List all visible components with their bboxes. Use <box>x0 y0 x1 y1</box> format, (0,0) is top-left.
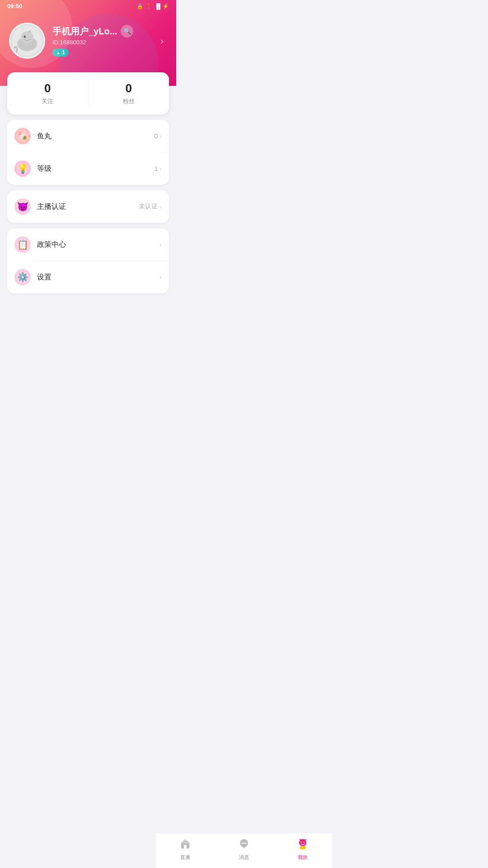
settings-label: 设置 <box>37 273 158 282</box>
battery-icon: ▐▌⚡ <box>155 3 169 9</box>
level-label: 等级 <box>37 164 155 174</box>
level-icon: 💡 <box>14 160 31 177</box>
profile-name-row: 手机用户_yLo... 🔍 <box>52 25 157 38</box>
status-icons: 🔒 📍 ▐▌⚡ <box>136 3 169 9</box>
streamer-chevron: › <box>160 203 162 210</box>
section-misc: 📋 政策中心 › ⚙️ 设置 › <box>7 228 169 293</box>
svg-point-2 <box>21 31 33 44</box>
profile-section: 手机用户_yLo... 🔍 ID:16880032 1 › <box>0 18 176 63</box>
fans-stat[interactable]: 0 粉丝 <box>89 81 169 105</box>
yuwan-chevron: › <box>160 132 162 140</box>
following-stat[interactable]: 0 关注 <box>7 81 89 105</box>
yuwan-label: 鱼丸 <box>37 132 155 141</box>
level-badge-text: 1 <box>62 49 65 56</box>
settings-icon: ⚙️ <box>14 269 31 285</box>
level-badge[interactable]: 1 <box>52 48 69 57</box>
section-wallet: 🍡 鱼丸 0 › 💡 等级 1 › <box>7 120 169 185</box>
profile-info: 手机用户_yLo... 🔍 ID:16880032 1 <box>52 25 157 57</box>
policy-chevron: › <box>160 241 162 248</box>
fans-label: 粉丝 <box>123 97 135 105</box>
svg-point-4 <box>25 36 26 37</box>
location-icon: 📍 <box>145 3 152 9</box>
svg-point-3 <box>24 36 26 38</box>
level-value: 1 <box>155 165 158 172</box>
avatar[interactable] <box>9 23 45 59</box>
streamer-value: 未认证 <box>139 203 158 211</box>
menu-item-yuwan[interactable]: 🍡 鱼丸 0 › <box>7 120 169 152</box>
menu-item-level[interactable]: 💡 等级 1 › <box>7 152 169 185</box>
menu-item-settings[interactable]: ⚙️ 设置 › <box>7 261 169 293</box>
menu-item-policy[interactable]: 📋 政策中心 › <box>7 228 169 261</box>
level-chevron: › <box>160 165 162 172</box>
streamer-label: 主播认证 <box>37 202 139 212</box>
following-label: 关注 <box>42 97 53 105</box>
streamer-icon: 😈 <box>14 198 31 215</box>
fans-count: 0 <box>126 81 132 95</box>
status-bar: 09:50 🔒 📍 ▐▌⚡ <box>0 0 176 11</box>
menu-item-streamer[interactable]: 😈 主播认证 未认证 › <box>7 190 169 223</box>
lock-icon: 🔒 <box>136 3 143 9</box>
user-id: ID:16880032 <box>52 39 157 46</box>
yuwan-value: 0 <box>155 132 158 140</box>
following-count: 0 <box>44 81 51 95</box>
section-streamer: 😈 主播认证 未认证 › <box>7 190 169 223</box>
status-time: 09:50 <box>7 3 22 9</box>
stats-card: 0 关注 0 粉丝 <box>7 72 169 114</box>
main-content: 0 关注 0 粉丝 🍡 鱼丸 0 › 💡 等级 1 › 😈 主播认证 未认证 › <box>0 72 176 330</box>
search-icon[interactable]: 🔍 <box>121 25 133 38</box>
yuwan-icon: 🍡 <box>14 128 31 144</box>
policy-label: 政策中心 <box>37 240 158 250</box>
settings-chevron: › <box>160 274 162 281</box>
policy-icon: 📋 <box>14 236 31 253</box>
profile-detail-chevron[interactable]: › <box>157 32 167 50</box>
username: 手机用户_yLo... <box>52 25 117 38</box>
